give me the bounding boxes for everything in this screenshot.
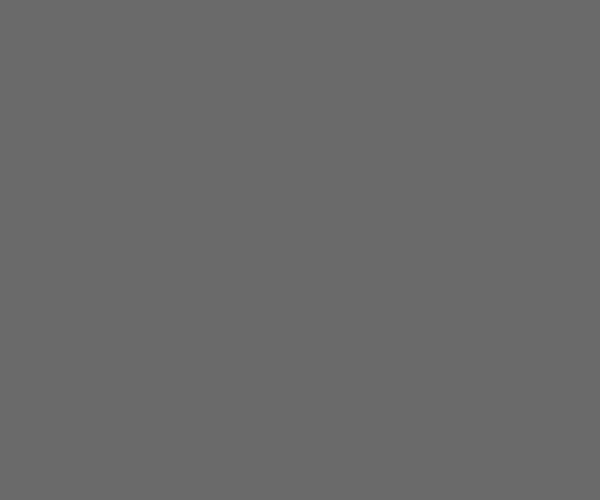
viewport-3d[interactable] bbox=[0, 0, 600, 500]
scene-svg bbox=[0, 0, 600, 500]
